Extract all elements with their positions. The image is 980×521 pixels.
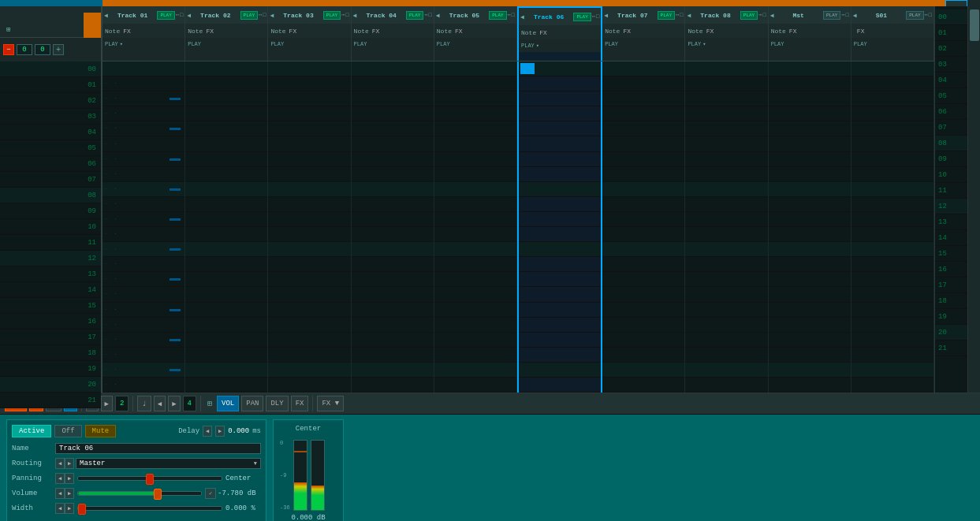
grid-cell-mst-08[interactable] [769,182,851,197]
grid-cell-track01-15[interactable]: · · [102,287,184,302]
vertical-scrollbar[interactable] [967,6,980,393]
grid-cell-s01-01[interactable] [851,76,933,91]
grid-cell-track08-07[interactable] [685,167,767,182]
grid-cell-track07-05[interactable] [602,136,684,151]
grid-cell-track02-04[interactable] [185,121,267,136]
grid-cell-track03-20[interactable] [268,363,350,378]
grid-cell-track06-13[interactable] [519,257,601,272]
grid-cell-track04-18[interactable] [352,333,434,348]
grid-cell-track05-12[interactable] [434,242,516,257]
grid-cell-track03-01[interactable] [268,76,350,91]
grid-cell-s01-10[interactable] [851,212,933,227]
routing-left-btn[interactable]: ◀ [55,458,65,469]
grid-cell-mst-18[interactable] [769,333,851,348]
grid-cell-track06-05[interactable] [519,136,601,151]
grid-cell-s01-15[interactable] [851,287,933,302]
width-right-btn[interactable]: ▶ [65,503,74,514]
grid-cell-mst-17[interactable] [769,318,851,333]
track-dots-track05[interactable]: ⋯ [508,12,511,18]
grid-cell-track07-06[interactable] [602,152,684,167]
grid-cell-track07-15[interactable] [602,287,684,302]
volume-left-btn[interactable]: ◀ [55,488,65,499]
grid-cell-mst-16[interactable] [769,303,851,318]
track-square-track01[interactable]: □ [180,12,183,18]
grid-cell-track02-15[interactable] [185,287,267,302]
grid-cell-track05-21[interactable] [434,378,516,393]
track-header-track03[interactable]: ◀ Track 03 PLAY ⋯ □ Note FX PLAY [268,6,351,61]
grid-cell-track08-05[interactable] [685,136,767,151]
toolbar-arrow-right-2[interactable]: ▶ [168,396,180,411]
scroll-thumb[interactable] [970,9,979,41]
grid-cell-track02-18[interactable] [185,333,267,348]
panning-right-btn[interactable]: ▶ [65,473,74,484]
grid-cell-track03-15[interactable] [268,287,350,302]
track-arrow-track05[interactable]: ◀ [436,12,440,19]
grid-cell-track02-20[interactable] [185,363,267,378]
dropdown-arrow-track08[interactable]: ▾ [702,41,706,47]
grid-cell-s01-06[interactable] [851,152,933,167]
grid-cell-track05-08[interactable] [434,182,516,197]
grid-cell-track05-01[interactable] [434,76,516,91]
grid-cell-track02-12[interactable] [185,242,267,257]
grid-cell-track08-16[interactable] [685,303,767,318]
grid-cell-track07-04[interactable] [602,121,684,136]
grid-cell-track01-10[interactable]: · · [102,212,184,227]
play-btn-track04[interactable]: PLAY [406,11,423,20]
track-dots-track07[interactable]: ⋯ [676,12,679,18]
grid-cell-track07-20[interactable] [602,363,684,378]
grid-cell-track07-13[interactable] [602,257,684,272]
delay-left-btn[interactable]: ◀ [203,426,212,437]
tab-off[interactable]: Off [54,425,81,437]
grid-cell-track06-04[interactable] [519,121,601,136]
volume-thumb[interactable] [154,489,162,500]
grid-cell-s01-11[interactable] [851,227,933,242]
track-arrow-track08[interactable]: ◀ [687,12,691,19]
grid-cell-s01-00[interactable] [851,61,933,76]
track-header-track05[interactable]: ◀ Track 05 PLAY ⋯ □ Note FX PLAY [434,6,517,61]
grid-cell-track04-15[interactable] [352,287,434,302]
track-square-track03[interactable]: □ [345,12,348,18]
grid-cell-track08-12[interactable] [685,242,767,257]
grid-cell-s01-05[interactable] [851,136,933,151]
grid-cell-track01-13[interactable]: · · [102,257,184,272]
grid-cell-track08-11[interactable] [685,227,767,242]
track-header-track01[interactable]: ◀ Track 01 PLAY ⋯ □ Note FX PLAY ▾ [102,6,185,61]
track-arrow-track04[interactable]: ◀ [353,12,357,19]
grid-cell-track04-13[interactable] [352,257,434,272]
delay-right-btn[interactable]: ▶ [215,426,225,437]
grid-cell-track05-07[interactable] [434,167,516,182]
grid-cell-track08-20[interactable] [685,363,767,378]
grid-cell-mst-04[interactable] [769,121,851,136]
track-square-track08[interactable]: □ [762,12,766,18]
grid-cell-track01-12[interactable]: · · [102,242,184,257]
grid-cell-track04-14[interactable] [352,272,434,287]
grid-cell-mst-19[interactable] [769,348,851,363]
toolbar-arrow-left-2[interactable]: ◀ [154,396,166,411]
grid-cell-track03-18[interactable] [268,333,350,348]
grid-cell-track02-14[interactable] [185,272,267,287]
track-square-track02[interactable]: □ [263,12,266,18]
toolbar-btn-dly[interactable]: DLY [266,396,288,411]
grid-cell-track01-11[interactable]: · · [102,227,184,242]
routing-dropdown[interactable]: Master ▼ [76,458,261,469]
grid-cell-track05-13[interactable] [434,257,516,272]
grid-cell-track06-15[interactable] [519,287,601,302]
grid-cell-track05-17[interactable] [434,318,516,333]
grid-cell-track06-03[interactable] [519,106,601,121]
grid-cell-track02-03[interactable] [185,106,267,121]
toolbar-arrow-right[interactable]: ▶ [101,396,113,411]
track-header-track08[interactable]: ◀ Track 08 PLAY ⋯ □ Note FX PLAY ▾ [685,6,768,61]
grid-cell-track03-10[interactable] [268,212,350,227]
grid-cell-track07-07[interactable] [602,167,684,182]
grid-cell-track03-19[interactable] [268,348,350,363]
minus-btn[interactable]: − [3,44,14,55]
name-value[interactable]: Track 06 [55,443,261,454]
width-left-btn[interactable]: ◀ [55,503,65,514]
grid-cell-track06-07[interactable] [519,167,601,182]
grid-cell-track08-09[interactable] [685,197,767,212]
grid-cell-track01-21[interactable]: · · [102,378,184,393]
grid-cell-track04-16[interactable] [352,303,434,318]
grid-cell-track07-03[interactable] [602,106,684,121]
grid-cell-track08-21[interactable] [685,378,767,393]
grid-cell-track02-00[interactable] [185,61,267,76]
